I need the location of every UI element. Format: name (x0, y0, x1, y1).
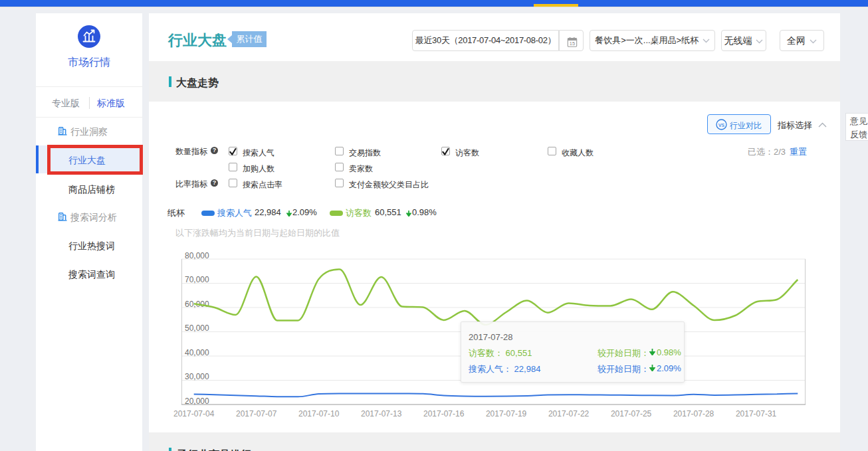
svg-text:2017-07-16: 2017-07-16 (423, 409, 465, 418)
svg-text:2017-07-04: 2017-07-04 (173, 409, 215, 418)
svg-text:2017-07-10: 2017-07-10 (298, 409, 340, 418)
svg-text:2017-07-22: 2017-07-22 (548, 409, 590, 418)
svg-text:50,000: 50,000 (185, 323, 209, 333)
svg-text:20,000: 20,000 (185, 397, 209, 406)
svg-text:15: 15 (570, 41, 575, 46)
svg-text:2017-07-25: 2017-07-25 (611, 409, 652, 418)
svg-text:2017-07-07: 2017-07-07 (236, 409, 277, 418)
svg-text:vs: vs (718, 122, 725, 128)
svg-text:70,000: 70,000 (185, 275, 209, 284)
svg-text:2017-07-19: 2017-07-19 (486, 409, 527, 418)
svg-text:80,000: 80,000 (185, 251, 209, 260)
svg-text:2017-07-28: 2017-07-28 (673, 409, 714, 418)
svg-text:2017-07-13: 2017-07-13 (361, 409, 402, 418)
svg-text:2017-07-31: 2017-07-31 (736, 409, 777, 418)
svg-text:30,000: 30,000 (185, 372, 209, 381)
svg-text:40,000: 40,000 (185, 348, 209, 357)
